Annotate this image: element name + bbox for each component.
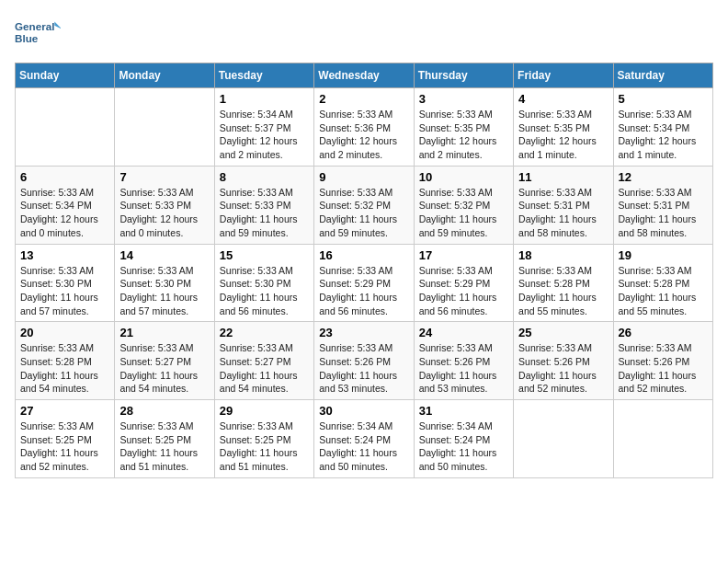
day-detail: Sunrise: 5:33 AM Sunset: 5:26 PM Dayligh… [419,341,508,396]
calendar-cell: 28Sunrise: 5:33 AM Sunset: 5:25 PM Dayli… [115,400,214,478]
calendar-cell [115,88,214,167]
day-number: 14 [119,248,209,262]
calendar-cell: 20Sunrise: 5:33 AM Sunset: 5:28 PM Dayli… [16,322,115,400]
day-number: 5 [619,92,708,106]
calendar-cell: 4Sunrise: 5:33 AM Sunset: 5:35 PM Daylig… [514,88,613,167]
day-number: 22 [220,326,309,339]
calendar-cell [514,400,613,478]
svg-text:General: General [15,20,54,32]
day-detail: Sunrise: 5:33 AM Sunset: 5:27 PM Dayligh… [119,341,209,396]
day-number: 21 [119,326,209,339]
day-detail: Sunrise: 5:33 AM Sunset: 5:26 PM Dayligh… [518,341,608,396]
header-row: SundayMondayTuesdayWednesdayThursdayFrid… [16,63,713,88]
day-detail: Sunrise: 5:33 AM Sunset: 5:36 PM Dayligh… [319,108,408,162]
day-number: 24 [419,326,508,339]
day-number: 19 [619,248,708,262]
calendar-cell: 27Sunrise: 5:33 AM Sunset: 5:25 PM Dayli… [16,400,115,478]
calendar-cell: 10Sunrise: 5:33 AM Sunset: 5:32 PM Dayli… [414,166,513,244]
calendar-cell: 3Sunrise: 5:33 AM Sunset: 5:35 PM Daylig… [414,88,513,167]
day-number: 8 [220,170,309,184]
calendar-cell: 2Sunrise: 5:33 AM Sunset: 5:36 PM Daylig… [314,88,414,167]
header-tuesday: Tuesday [214,63,313,88]
day-detail: Sunrise: 5:33 AM Sunset: 5:25 PM Dayligh… [119,419,209,474]
day-number: 28 [119,404,209,418]
day-detail: Sunrise: 5:33 AM Sunset: 5:31 PM Dayligh… [518,186,608,240]
header-saturday: Saturday [613,63,712,88]
header-monday: Monday [115,63,214,88]
day-detail: Sunrise: 5:33 AM Sunset: 5:35 PM Dayligh… [518,108,608,162]
header-wednesday: Wednesday [314,63,414,88]
day-number: 6 [20,170,109,184]
calendar-cell: 8Sunrise: 5:33 AM Sunset: 5:33 PM Daylig… [214,166,313,244]
day-number: 16 [319,248,408,262]
week-row-5: 27Sunrise: 5:33 AM Sunset: 5:25 PM Dayli… [16,400,713,478]
day-number: 13 [20,248,109,262]
day-number: 7 [119,170,209,184]
day-number: 17 [419,248,508,262]
calendar-cell: 24Sunrise: 5:33 AM Sunset: 5:26 PM Dayli… [414,322,513,400]
calendar-cell: 19Sunrise: 5:33 AM Sunset: 5:28 PM Dayli… [613,244,712,322]
calendar-cell: 29Sunrise: 5:33 AM Sunset: 5:25 PM Dayli… [214,400,313,478]
day-number: 23 [319,326,408,339]
week-row-4: 20Sunrise: 5:33 AM Sunset: 5:28 PM Dayli… [16,322,713,400]
day-detail: Sunrise: 5:33 AM Sunset: 5:31 PM Dayligh… [619,186,708,240]
day-detail: Sunrise: 5:33 AM Sunset: 5:25 PM Dayligh… [220,419,309,474]
day-detail: Sunrise: 5:33 AM Sunset: 5:26 PM Dayligh… [319,341,408,396]
calendar-cell: 11Sunrise: 5:33 AM Sunset: 5:31 PM Dayli… [514,166,613,244]
calendar-cell: 12Sunrise: 5:33 AM Sunset: 5:31 PM Dayli… [613,166,712,244]
day-detail: Sunrise: 5:33 AM Sunset: 5:35 PM Dayligh… [419,108,508,162]
day-number: 4 [518,92,608,106]
day-number: 25 [518,326,608,339]
calendar-cell: 7Sunrise: 5:33 AM Sunset: 5:33 PM Daylig… [115,166,214,244]
day-number: 26 [619,326,708,339]
day-number: 15 [220,248,309,262]
day-detail: Sunrise: 5:33 AM Sunset: 5:30 PM Dayligh… [119,264,209,318]
logo-svg: General Blue [15,15,61,52]
header-friday: Friday [514,63,613,88]
calendar-cell: 15Sunrise: 5:33 AM Sunset: 5:30 PM Dayli… [214,244,313,322]
calendar-cell: 21Sunrise: 5:33 AM Sunset: 5:27 PM Dayli… [115,322,214,400]
calendar-cell: 22Sunrise: 5:33 AM Sunset: 5:27 PM Dayli… [214,322,313,400]
week-row-3: 13Sunrise: 5:33 AM Sunset: 5:30 PM Dayli… [16,244,713,322]
day-detail: Sunrise: 5:33 AM Sunset: 5:28 PM Dayligh… [20,341,109,396]
day-detail: Sunrise: 5:33 AM Sunset: 5:25 PM Dayligh… [20,419,109,474]
day-number: 20 [20,326,109,339]
logo: General Blue [15,15,61,52]
day-detail: Sunrise: 5:33 AM Sunset: 5:34 PM Dayligh… [20,186,109,240]
calendar-cell: 25Sunrise: 5:33 AM Sunset: 5:26 PM Dayli… [514,322,613,400]
day-detail: Sunrise: 5:33 AM Sunset: 5:29 PM Dayligh… [319,264,408,318]
calendar-cell: 26Sunrise: 5:33 AM Sunset: 5:26 PM Dayli… [613,322,712,400]
day-detail: Sunrise: 5:34 AM Sunset: 5:37 PM Dayligh… [220,108,309,162]
day-detail: Sunrise: 5:34 AM Sunset: 5:24 PM Dayligh… [319,419,408,474]
day-detail: Sunrise: 5:33 AM Sunset: 5:32 PM Dayligh… [319,186,408,240]
page-header: General Blue [15,15,713,52]
calendar-cell: 6Sunrise: 5:33 AM Sunset: 5:34 PM Daylig… [16,166,115,244]
day-detail: Sunrise: 5:33 AM Sunset: 5:28 PM Dayligh… [619,264,708,318]
calendar-cell: 16Sunrise: 5:33 AM Sunset: 5:29 PM Dayli… [314,244,414,322]
day-number: 10 [419,170,508,184]
day-number: 11 [518,170,608,184]
day-number: 18 [518,248,608,262]
day-detail: Sunrise: 5:33 AM Sunset: 5:27 PM Dayligh… [220,341,309,396]
calendar-cell: 13Sunrise: 5:33 AM Sunset: 5:30 PM Dayli… [16,244,115,322]
calendar-cell: 23Sunrise: 5:33 AM Sunset: 5:26 PM Dayli… [314,322,414,400]
calendar-cell: 30Sunrise: 5:34 AM Sunset: 5:24 PM Dayli… [314,400,414,478]
day-detail: Sunrise: 5:33 AM Sunset: 5:32 PM Dayligh… [419,186,508,240]
header-thursday: Thursday [414,63,513,88]
svg-text:Blue: Blue [15,32,39,44]
svg-marker-2 [54,22,61,29]
day-number: 1 [220,92,309,106]
day-detail: Sunrise: 5:33 AM Sunset: 5:33 PM Dayligh… [220,186,309,240]
day-detail: Sunrise: 5:33 AM Sunset: 5:30 PM Dayligh… [220,264,309,318]
day-detail: Sunrise: 5:33 AM Sunset: 5:30 PM Dayligh… [20,264,109,318]
day-detail: Sunrise: 5:33 AM Sunset: 5:33 PM Dayligh… [119,186,209,240]
calendar-cell: 18Sunrise: 5:33 AM Sunset: 5:28 PM Dayli… [514,244,613,322]
day-number: 30 [319,404,408,418]
day-number: 3 [419,92,508,106]
calendar-cell [613,400,712,478]
calendar-table: SundayMondayTuesdayWednesdayThursdayFrid… [15,63,713,478]
calendar-cell: 5Sunrise: 5:33 AM Sunset: 5:34 PM Daylig… [613,88,712,167]
calendar-cell: 14Sunrise: 5:33 AM Sunset: 5:30 PM Dayli… [115,244,214,322]
day-detail: Sunrise: 5:33 AM Sunset: 5:28 PM Dayligh… [518,264,608,318]
day-number: 31 [419,404,508,418]
